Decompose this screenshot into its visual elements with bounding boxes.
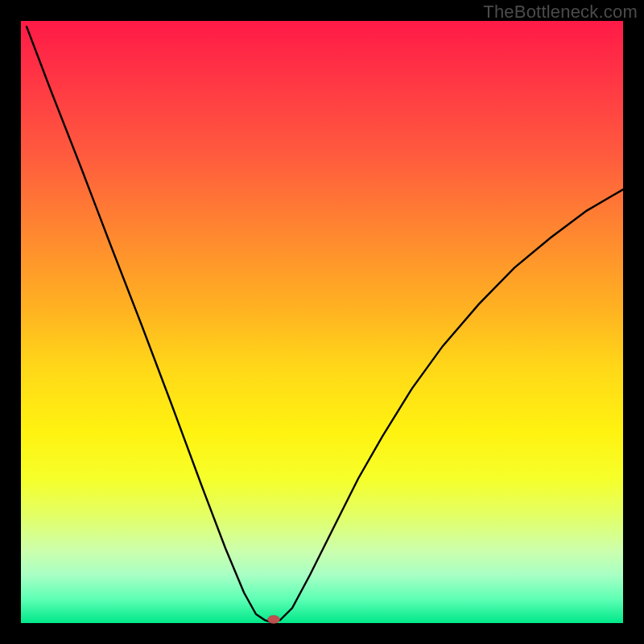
plot-area	[21, 21, 623, 623]
bottleneck-marker	[268, 616, 280, 624]
curve-svg	[21, 21, 623, 623]
watermark-text: TheBottleneck.com	[483, 2, 638, 23]
curve-right-branch	[274, 189, 623, 621]
chart-frame: TheBottleneck.com	[0, 0, 644, 644]
curve-left-branch	[27, 27, 274, 622]
